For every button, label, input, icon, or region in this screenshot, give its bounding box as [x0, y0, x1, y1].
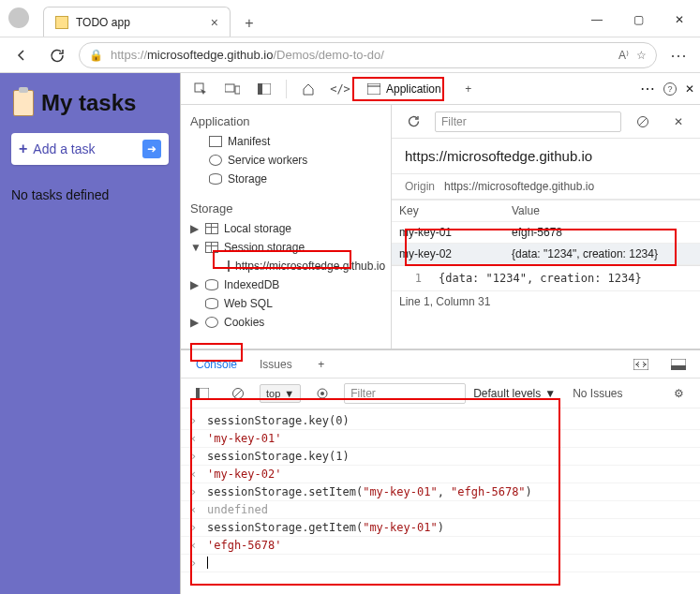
window-icon [367, 83, 380, 95]
table-row[interactable]: my-key-02{data: "1234", creation: 1234} [392, 244, 700, 265]
sidebar-item-session-origin[interactable]: https://microsoftedge.github.io [181, 257, 391, 275]
live-expression-icon[interactable] [308, 379, 336, 408]
sb-section-application: Application [181, 111, 391, 132]
sidebar-item-service-workers[interactable]: Service workers [181, 151, 391, 170]
console-line: ›sessionStorage.key(1) [181, 448, 700, 466]
nav-back-button[interactable] [7, 41, 36, 69]
database-icon [205, 298, 218, 309]
svg-text:?: ? [667, 84, 672, 94]
expand-drawer-icon[interactable] [627, 350, 655, 379]
drawer-tab-issues[interactable]: Issues [252, 353, 300, 376]
col-value[interactable]: Value [504, 200, 700, 222]
svg-line-10 [639, 118, 647, 126]
console-prompt[interactable]: › [181, 555, 700, 572]
delete-icon[interactable]: ✕ [664, 108, 693, 136]
sidebar-item-session-storage[interactable]: ▼Session storage [181, 238, 391, 257]
dock-drawer-icon[interactable] [664, 350, 693, 379]
sidebar-item-websql[interactable]: Web SQL [181, 294, 391, 313]
clear-icon[interactable] [629, 108, 657, 136]
console-line: ‹'my-key-01' [181, 430, 700, 448]
console-line: ›sessionStorage.key(0) [181, 412, 700, 430]
status-line: Line 1, Column 31 [392, 290, 700, 312]
tab-welcome[interactable] [294, 75, 322, 103]
device-icon[interactable] [218, 75, 246, 103]
dock-icon[interactable] [250, 75, 278, 103]
close-tab-icon[interactable]: × [211, 15, 218, 30]
sb-section-storage: Storage [181, 198, 391, 219]
svg-line-17 [234, 390, 242, 397]
svg-rect-5 [367, 83, 380, 95]
nav-refresh-button[interactable] [43, 41, 71, 69]
tab-application-label: Application [386, 82, 441, 96]
sidebar-item-cookies[interactable]: ▶Cookies [181, 313, 391, 332]
window-minimize-button[interactable]: — [576, 3, 618, 37]
favicon-icon [55, 16, 68, 29]
svg-rect-4 [258, 83, 262, 95]
cookie-icon [205, 317, 218, 328]
devtools-help-icon[interactable]: ? [663, 82, 678, 97]
chevron-right-icon: ▶ [190, 316, 200, 329]
tab-elements[interactable]: </> [326, 75, 354, 103]
more-tabs-button[interactable]: + [454, 75, 483, 103]
drawer-tab-console[interactable]: Console [188, 353, 245, 376]
console-filter-input[interactable]: Filter [344, 383, 466, 404]
new-tab-button[interactable]: + [236, 10, 262, 37]
log-levels-selector[interactable]: Default levels▼ [473, 387, 556, 400]
gear-icon [209, 155, 222, 166]
submit-arrow-icon[interactable]: ➜ [142, 140, 161, 158]
console-sidebar-icon[interactable] [188, 379, 216, 408]
url-text: https://microsoftedge.github.io/Demos/de… [111, 48, 611, 62]
col-key[interactable]: Key [392, 200, 504, 222]
sidebar-item-manifest[interactable]: Manifest [181, 132, 391, 151]
plus-icon: + [19, 141, 27, 157]
profile-button[interactable] [0, 0, 37, 37]
page-content: My tasks + Add a task ➜ No tasks defined [0, 73, 180, 594]
clear-console-icon[interactable] [224, 379, 252, 408]
devtools-drawer: Console Issues + top▼ Filter Default lev… [181, 349, 700, 594]
browser-tab[interactable]: TODO app × [43, 7, 231, 37]
document-icon [209, 136, 222, 147]
inspect-icon[interactable] [186, 75, 215, 103]
console-line: ›sessionStorage.setItem("my-key-01", "ef… [181, 483, 700, 501]
database-icon [209, 173, 222, 185]
window-close-button[interactable]: ✕ [659, 3, 700, 37]
table-icon [205, 223, 218, 234]
add-task-button[interactable]: + Add a task ➜ [11, 133, 169, 165]
origin-title: https://microsoftedge.github.io [392, 139, 700, 173]
storage-table[interactable]: Key Value my-key-01efgh-5678my-key-02{da… [392, 200, 700, 265]
console-line: ‹'my-key-02' [181, 466, 700, 483]
console-settings-icon[interactable]: ⚙ [664, 379, 693, 408]
table-icon [205, 242, 218, 253]
browser-menu-button[interactable]: ⋯ [664, 41, 693, 69]
devtools-more-icon[interactable]: ⋯ [640, 80, 655, 97]
storage-filter-input[interactable]: Filter [435, 111, 621, 132]
database-icon [205, 279, 218, 290]
table-icon [228, 260, 230, 272]
application-detail: Filter ✕ https://microsoftedge.github.io… [392, 105, 700, 349]
tab-application[interactable]: Application [358, 77, 451, 101]
devtools-close-icon[interactable]: ✕ [685, 82, 694, 96]
svg-rect-2 [235, 86, 240, 94]
window-titlebar: TODO app × + — ▢ ✕ [0, 0, 700, 37]
console-line: ›sessionStorage.getItem("my-key-01") [181, 519, 700, 537]
svg-rect-13 [671, 365, 686, 370]
sidebar-item-storage[interactable]: Storage [181, 170, 391, 188]
table-row[interactable]: my-key-01efgh-5678 [392, 222, 700, 244]
console-line: ‹'efgh-5678' [181, 537, 700, 555]
window-maximize-button[interactable]: ▢ [618, 3, 659, 37]
sidebar-item-indexeddb[interactable]: ▶IndexedDB [181, 275, 391, 294]
no-tasks-text: No tasks defined [11, 187, 169, 202]
avatar-icon [8, 7, 29, 28]
favorite-icon[interactable]: ☆ [636, 49, 647, 62]
context-selector[interactable]: top▼ [260, 384, 301, 403]
drawer-more-tabs[interactable]: + [307, 350, 335, 379]
url-input[interactable]: 🔒 https://microsoftedge.github.io/Demos/… [79, 42, 657, 68]
read-aloud-icon[interactable]: A⁾ [618, 49, 629, 62]
refresh-icon[interactable] [399, 108, 427, 136]
sidebar-item-local-storage[interactable]: ▶Local storage [181, 219, 391, 238]
console-output[interactable]: ›sessionStorage.key(0)‹'my-key-01'›sessi… [181, 408, 700, 594]
add-task-label: Add a task [33, 141, 95, 156]
chevron-down-icon: ▼ [284, 388, 294, 399]
tab-title: TODO app [76, 16, 130, 29]
svg-rect-15 [196, 388, 200, 399]
